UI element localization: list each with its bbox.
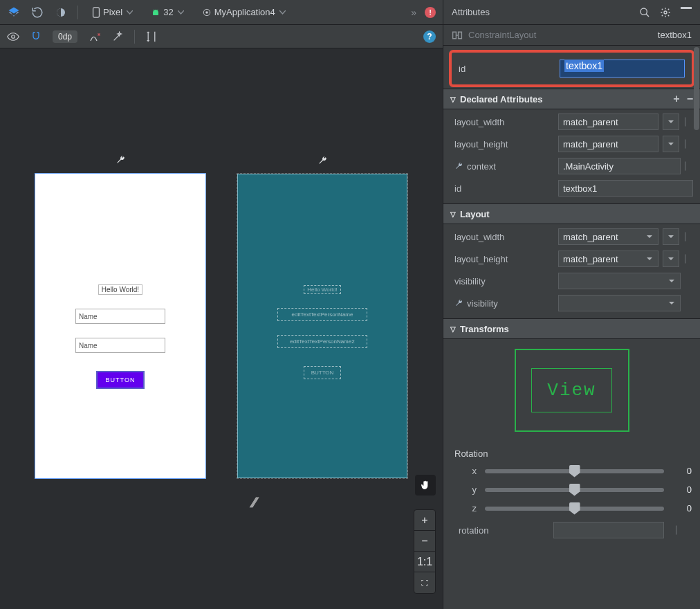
zoom-fit-button[interactable]: ⛶ xyxy=(414,572,435,593)
add-attribute-button[interactable]: + xyxy=(673,93,679,105)
zoom-out-button[interactable]: − xyxy=(414,531,435,552)
device-selector[interactable]: Pixel xyxy=(88,6,137,19)
hand-icon xyxy=(420,480,431,491)
blueprint-button: BUTTON xyxy=(304,366,342,379)
prop-label: visibility xyxy=(450,298,554,309)
prop-label: layout_height xyxy=(450,139,554,149)
app-selector[interactable]: MyApplication4 xyxy=(198,6,290,19)
rotation-y-slider[interactable] xyxy=(485,488,664,492)
section-declared-attributes[interactable]: ▽ Declared Attributes + − xyxy=(443,89,700,109)
prop-layout-height: layout_height match_parent ⎸ xyxy=(450,134,693,154)
prop-value[interactable] xyxy=(553,522,664,538)
dropdown-button[interactable] xyxy=(663,113,679,130)
gear-icon[interactable] xyxy=(660,7,671,18)
prop-label: id xyxy=(450,183,554,194)
pan-tool-button[interactable] xyxy=(415,475,436,496)
zoom-in-button[interactable]: + xyxy=(414,510,435,531)
prop-value[interactable]: .MainActivity xyxy=(558,158,681,174)
attributes-header: Attributes xyxy=(443,0,700,25)
rotation-y-row: y 0 xyxy=(452,484,692,495)
prop-layout-width: layout_width match_parent ⎸ xyxy=(450,112,693,131)
default-margin[interactable]: 0dp xyxy=(53,30,77,43)
dropdown-button[interactable] xyxy=(663,228,679,245)
prop-value[interactable]: match_parent xyxy=(558,228,658,245)
api-selector[interactable]: 32 xyxy=(147,6,187,19)
magic-wand-icon[interactable] xyxy=(112,31,123,42)
prop-value[interactable]: match_parent xyxy=(558,136,658,152)
device-name: Pixel xyxy=(103,7,122,17)
section-transforms[interactable]: ▽ Transforms xyxy=(443,318,700,339)
eye-icon[interactable] xyxy=(7,32,19,42)
scrollbar[interactable] xyxy=(693,47,700,602)
id-input[interactable]: textbox1 xyxy=(560,60,685,78)
more-indicator[interactable]: ⎸ xyxy=(671,525,689,536)
transform-view-preview: View xyxy=(515,349,629,432)
prop-value[interactable]: match_parent xyxy=(558,251,658,267)
app-name: MyApplication4 xyxy=(214,7,275,17)
api-level: 32 xyxy=(163,7,173,17)
more-indicator[interactable]: ⎸ xyxy=(685,138,693,149)
contrast-icon[interactable] xyxy=(54,6,68,19)
wrench-icon[interactable] xyxy=(317,156,327,165)
design-toolbar: Pixel 32 MyApplication4 » ! xyxy=(0,0,443,25)
wrench-icon xyxy=(454,162,463,170)
more-indicator[interactable]: ⎸ xyxy=(685,253,693,264)
prop-tools-visibility: visibility xyxy=(450,293,693,313)
design-canvas[interactable]: Hello World! Name Name BUTTON Hello Worl… xyxy=(0,48,443,609)
wrench-icon[interactable] xyxy=(116,155,125,165)
slider-thumb[interactable] xyxy=(569,465,580,478)
layers-icon[interactable] xyxy=(7,6,21,19)
preview-hello-label: Hello World! xyxy=(98,284,142,295)
prop-context: context .MainActivity ⎸ xyxy=(450,156,693,176)
design-editor: Pixel 32 MyApplication4 » ! xyxy=(0,0,443,609)
blueprint-field-2: editTextTextPersonName2 xyxy=(277,335,367,348)
section-title: Transforms xyxy=(460,324,509,334)
chevron-down-icon: ▽ xyxy=(450,325,456,333)
rotation-z-value: 0 xyxy=(672,503,692,513)
prop-value[interactable]: match_parent xyxy=(558,113,658,130)
scrollbar-thumb[interactable] xyxy=(694,47,699,130)
chevron-down-icon xyxy=(178,10,184,15)
chevron-down-icon xyxy=(127,10,133,15)
zoom-1to1-button[interactable]: 1:1 xyxy=(414,552,435,572)
remove-attribute-button[interactable]: − xyxy=(687,93,693,105)
more-indicator[interactable]: ⎸ xyxy=(685,116,693,127)
attributes-title: Attributes xyxy=(452,7,632,17)
blueprint-preview[interactable]: Hello World! editTextTextPersonName edit… xyxy=(237,173,408,479)
selection-breadcrumb: ConstraintLayout textbox1 xyxy=(443,25,700,46)
id-label: id xyxy=(459,64,549,74)
dropdown-button[interactable] xyxy=(663,136,679,152)
preview-name-field-1: Name xyxy=(75,309,165,324)
prop-label: context xyxy=(450,161,554,172)
search-icon[interactable] xyxy=(639,7,650,18)
prop-label: layout_width xyxy=(450,117,554,127)
prop-visibility: visibility xyxy=(450,271,693,291)
guidelines-icon[interactable] xyxy=(146,30,157,43)
target-icon xyxy=(202,8,212,17)
rotate-icon[interactable] xyxy=(30,6,44,19)
design-preview[interactable]: Hello World! Name Name BUTTON xyxy=(35,173,206,479)
slider-thumb[interactable] xyxy=(569,484,580,496)
rotation-x-slider[interactable] xyxy=(485,469,664,473)
warnings-badge[interactable]: ! xyxy=(425,7,436,18)
svg-rect-7 xyxy=(681,7,692,9)
axis-label: x xyxy=(452,466,477,476)
prop-id: id textbox1 xyxy=(450,179,693,198)
more-indicator[interactable]: ⎸ xyxy=(685,231,693,242)
prop-value[interactable] xyxy=(558,295,681,311)
prop-value[interactable]: textbox1 xyxy=(558,180,693,197)
more-indicator[interactable]: ⎸ xyxy=(685,161,693,172)
overflow-icon[interactable]: » xyxy=(411,7,415,18)
layout-attributes-list: layout_width match_parent ⎸ layout_heigh… xyxy=(443,224,700,318)
help-button[interactable]: ? xyxy=(423,30,436,43)
slider-thumb[interactable] xyxy=(569,502,580,515)
prop-layout-width: layout_width match_parent ⎸ xyxy=(450,227,693,246)
minimize-icon[interactable] xyxy=(681,7,692,18)
section-layout[interactable]: ▽ Layout xyxy=(443,203,700,224)
dropdown-button[interactable] xyxy=(663,251,679,267)
rotation-z-slider[interactable] xyxy=(485,507,664,511)
clear-constraints-icon[interactable] xyxy=(89,30,101,43)
svg-point-3 xyxy=(205,11,208,14)
prop-value[interactable] xyxy=(558,273,681,289)
magnet-icon[interactable] xyxy=(30,31,42,42)
